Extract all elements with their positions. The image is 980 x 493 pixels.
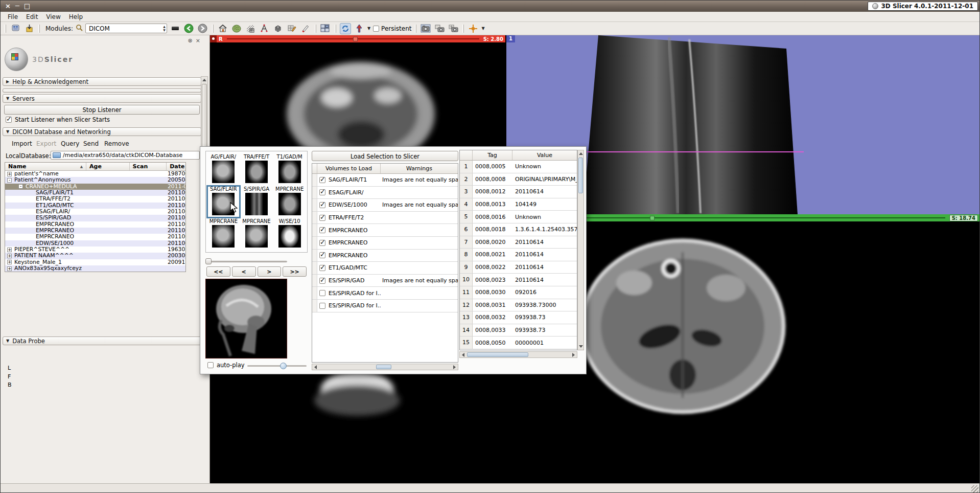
thumbnail-slider-knob[interactable] (205, 258, 212, 264)
scroll-left-icon[interactable] (312, 364, 319, 370)
tree-row[interactable]: EMPRCRANEO201106 (5, 234, 185, 240)
nav-last-button[interactable]: >> (283, 266, 307, 277)
scroll-up-icon[interactable] (201, 77, 207, 83)
warnings-column-header[interactable]: Warnings (381, 164, 458, 173)
volumes-column-header[interactable]: Volumes to Load (317, 164, 381, 173)
tree-row[interactable]: +Keystone_Male_1200911 (5, 259, 185, 265)
volume-checkbox[interactable]: ✓ (319, 227, 325, 233)
tag-column-header[interactable]: Tag (473, 150, 512, 160)
tags-hscrollbar-thumb[interactable] (467, 352, 528, 357)
crosshair-rotate-button[interactable] (340, 23, 351, 34)
mouse-mode-button[interactable] (354, 23, 365, 34)
volume-checkbox[interactable] (319, 303, 325, 309)
crosshair-button[interactable] (468, 23, 479, 34)
tag-row[interactable]: 90008,002220110614 (460, 261, 577, 274)
series-thumbnail[interactable]: TRA/FFE/T (240, 153, 273, 186)
series-thumbnail[interactable]: W/SE/10 (273, 218, 306, 250)
tag-row[interactable]: 80008,002120110614 (460, 249, 577, 261)
tag-row[interactable]: 20008,0008ORIGINAL\PRIMARY\M_IR\M (460, 173, 577, 186)
tree-row[interactable]: +PATIENT NAAM^^^^200306 (5, 253, 185, 259)
green-slider-thumb[interactable] (650, 216, 655, 220)
menu-item-file[interactable]: File (4, 13, 22, 21)
tree-expander-icon[interactable]: + (7, 172, 12, 176)
red-slider-thumb[interactable] (353, 37, 358, 41)
series-thumbnail[interactable]: MPRCRANE (207, 218, 240, 250)
panel-pin-icon[interactable]: ⊗ (188, 37, 193, 44)
action-send[interactable]: Send (83, 140, 99, 147)
window-close-icon[interactable]: × (5, 1, 11, 11)
series-thumbnail[interactable]: S/SPIR/GA (240, 186, 273, 218)
start-listener-checkbox[interactable]: ✓ (6, 117, 12, 123)
series-preview-image[interactable] (205, 279, 287, 358)
tree-row[interactable]: EMPRCRANEO201106 (5, 221, 185, 228)
mouse-mode-caret-icon[interactable]: ▼ (367, 26, 370, 31)
layout-selector-button[interactable] (320, 23, 331, 34)
tree-row[interactable]: +patient's^name198706 (5, 171, 185, 177)
persistent-checkbox[interactable] (373, 26, 379, 32)
menu-item-edit[interactable]: Edit (22, 13, 42, 21)
action-query[interactable]: Query (61, 140, 79, 147)
scroll-right-icon[interactable] (451, 364, 458, 370)
action-import[interactable]: Import (12, 140, 32, 147)
tree-expander-icon[interactable]: + (7, 254, 12, 258)
tag-row[interactable]: 140008,0033093938.73 (460, 324, 577, 337)
column-header-scan[interactable]: Scan (130, 163, 167, 170)
scroll-down-icon[interactable] (578, 343, 584, 350)
volume-checkbox[interactable]: ✓ (319, 265, 325, 271)
volume-row[interactable]: ✓SAG/FLAIR/T1Images are not equally spac… (312, 174, 458, 187)
tree-expander-icon[interactable]: - (18, 184, 23, 189)
tag-row[interactable]: 50008,0016Unknown (460, 211, 577, 223)
load-scene-button[interactable] (10, 23, 21, 34)
tag-row[interactable]: 120008,0031093938.73000 (460, 299, 577, 312)
fiducial-button[interactable] (245, 23, 256, 34)
volume-checkbox[interactable]: ✓ (319, 215, 325, 221)
brain-atlas-button[interactable] (231, 23, 242, 34)
scene-view-restore-button[interactable] (448, 23, 459, 34)
tag-row[interactable]: 100008,002320110614 (460, 274, 577, 286)
tree-row[interactable]: ETRA/FFE/T2201106 (5, 196, 185, 202)
tag-row[interactable]: 30008,001220110614 (460, 186, 577, 198)
nav-next-button[interactable]: > (258, 266, 282, 277)
series-thumbnail[interactable]: T1/GAD/M (273, 153, 306, 186)
section-servers[interactable]: ▼ Servers (3, 94, 201, 103)
volume-checkbox[interactable]: ✓ (319, 252, 325, 258)
volume-row[interactable]: ✓ES/SPIR/GADImages are not equally space… (312, 275, 458, 287)
nav-first-button[interactable]: << (206, 266, 230, 277)
tree-row[interactable]: ES/SPIR/GAD201106 (5, 215, 185, 221)
volume-row[interactable]: ✓EMPRCRANEO (312, 250, 458, 262)
tree-row[interactable]: +ANOx83ax95qxaxyfceyz (5, 265, 185, 272)
stop-listener-button[interactable]: Stop Listener (4, 105, 200, 115)
panel-close-icon[interactable]: × (196, 37, 200, 44)
annotation-pen-button[interactable] (300, 23, 311, 34)
editor-button[interactable] (286, 23, 297, 34)
column-header-age[interactable]: Age (86, 163, 130, 170)
tags-hscrollbar[interactable] (459, 351, 577, 358)
section-dicom-database[interactable]: ▼ DICOM Database and Networking (3, 127, 201, 136)
tree-row[interactable]: -CRANEO+MEDULA2011-0 (5, 184, 185, 190)
volume-row[interactable]: ✓ET1/GAD/MTC (312, 262, 458, 275)
tree-row[interactable]: EDW/SE/1000201106 (5, 240, 185, 246)
action-remove[interactable]: Remove (104, 140, 129, 147)
value-column-header[interactable]: Value (512, 150, 577, 160)
menu-item-help[interactable]: Help (65, 13, 87, 21)
crosshair-caret-icon[interactable]: ▼ (481, 26, 484, 31)
autoplay-checkbox[interactable] (207, 362, 214, 368)
scroll-left-icon[interactable] (460, 352, 466, 357)
volume-row[interactable]: ✓ESAG/FLAIR/ (312, 187, 458, 199)
volume-rendering-button[interactable] (272, 23, 284, 34)
column-header-name[interactable]: Name ▲ (5, 163, 86, 170)
tag-row[interactable]: 40008,0013104149 (460, 198, 577, 211)
volume-checkbox[interactable]: ✓ (319, 240, 325, 246)
home-module-button[interactable] (217, 23, 228, 34)
column-header-date[interactable]: Date (167, 163, 185, 170)
volume-row[interactable]: ✓EMPRCRANEO (312, 237, 458, 250)
nav-previous-button[interactable]: < (232, 266, 256, 277)
series-thumbnail[interactable]: AG/FLAIR/ (207, 153, 240, 186)
volume-row[interactable]: ✓EMPRCRANEO (312, 224, 458, 237)
volume-row[interactable]: ✓EDW/SE/1000Images are not equally space… (312, 199, 458, 212)
tag-row[interactable]: 70008,002020110614 (460, 236, 577, 249)
tag-row[interactable]: 150008,005000000001 (460, 337, 577, 349)
threed-view-badge[interactable]: 1 (506, 35, 515, 42)
window-maximize-icon[interactable]: □ (24, 1, 30, 11)
volume-checkbox[interactable]: ✓ (319, 189, 325, 195)
